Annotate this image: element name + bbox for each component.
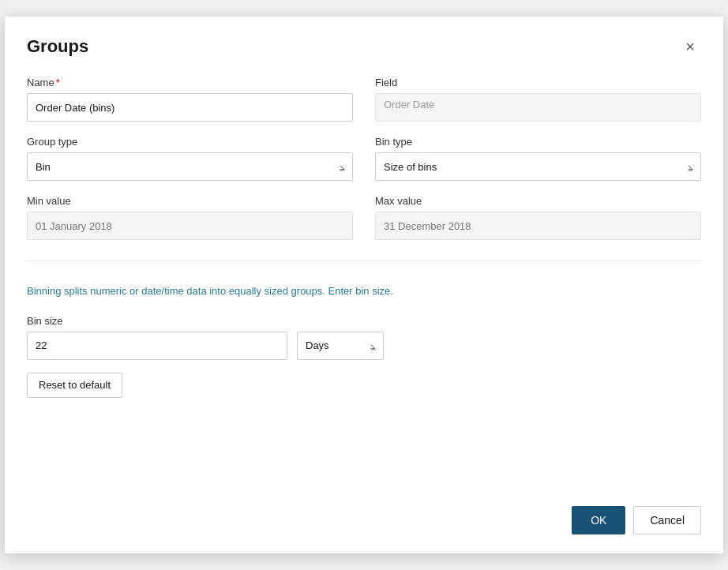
max-value-input	[375, 212, 701, 240]
bin-size-label: Bin size	[27, 315, 701, 327]
bin-size-row: Days Weeks Months Years ⦥	[27, 332, 701, 360]
min-value-input	[27, 212, 353, 240]
min-value-group: Min value	[27, 195, 353, 240]
bin-type-wrapper: Size of bins Number of bins ⦥	[375, 152, 701, 181]
max-value-group: Max value	[375, 195, 701, 240]
close-button[interactable]: ×	[679, 36, 701, 58]
form-row-1: Name* Field Order Date	[27, 77, 701, 136]
groups-dialog: Groups × Name* Field Order Date Group ty…	[5, 17, 723, 553]
reset-to-default-button[interactable]: Reset to default	[27, 373, 122, 398]
dialog-header: Groups ×	[27, 36, 701, 58]
max-value-label: Max value	[375, 195, 701, 207]
name-label: Name*	[27, 77, 353, 88]
group-type-select[interactable]: Bin List	[27, 152, 353, 181]
min-value-label: Min value	[27, 195, 353, 207]
bin-type-select[interactable]: Size of bins Number of bins	[375, 152, 701, 181]
field-label: Field	[375, 77, 701, 88]
bin-size-section: Bin size Days Weeks Months Years ⦥ Reset…	[27, 315, 701, 398]
field-value: Order Date	[375, 93, 701, 122]
ok-button[interactable]: OK	[572, 506, 625, 534]
required-star: *	[56, 77, 60, 88]
form-row-3: Min value Max value	[27, 195, 701, 254]
cancel-button[interactable]: Cancel	[633, 506, 701, 534]
bin-type-label: Bin type	[375, 136, 701, 148]
group-type-label: Group type	[27, 136, 353, 148]
field-group: Field Order Date	[375, 77, 701, 122]
bin-unit-wrapper: Days Weeks Months Years ⦥	[297, 332, 384, 360]
name-input[interactable]	[27, 93, 353, 122]
name-group: Name*	[27, 77, 353, 122]
bin-unit-select[interactable]: Days Weeks Months Years	[297, 332, 384, 360]
form-row-2: Group type Bin List ⦥ Bin type Size of b…	[27, 136, 701, 195]
section-divider	[27, 261, 701, 261]
bin-type-group: Bin type Size of bins Number of bins ⦥	[375, 136, 701, 181]
dialog-title: Groups	[27, 36, 88, 57]
dialog-footer: OK Cancel	[27, 487, 701, 534]
info-text: Binning splits numeric or date/time data…	[27, 283, 701, 299]
bin-size-input[interactable]	[27, 332, 287, 360]
group-type-group: Group type Bin List ⦥	[27, 136, 353, 181]
group-type-wrapper: Bin List ⦥	[27, 152, 353, 181]
